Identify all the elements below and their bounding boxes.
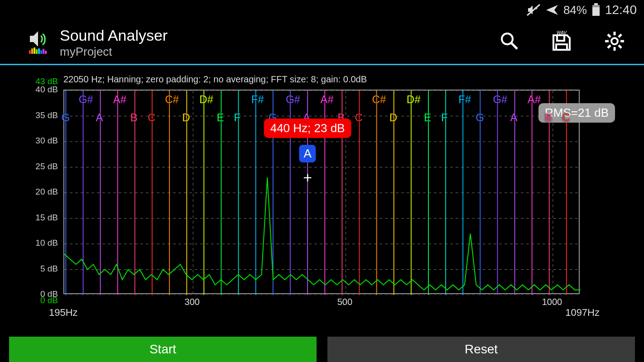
search-icon[interactable] — [499, 31, 519, 54]
svg-rect-16 — [556, 44, 567, 50]
peak-note-badge: A — [299, 145, 316, 162]
start-button[interactable]: Start — [9, 337, 317, 362]
airplane-icon — [545, 3, 559, 17]
svg-rect-2 — [594, 3, 598, 5]
clock: 12:40 — [605, 3, 637, 17]
x-range: 195Hz 1097Hz — [49, 307, 600, 319]
svg-rect-10 — [43, 49, 44, 54]
x-max: 1097Hz — [565, 307, 600, 319]
save-wav-icon[interactable]: WAV — [551, 31, 572, 54]
svg-line-13 — [511, 43, 517, 49]
y-tick: 0 dB — [40, 289, 58, 299]
x-tick: 300 — [185, 297, 200, 307]
svg-rect-15 — [557, 35, 564, 41]
x-min: 195Hz — [49, 307, 78, 319]
svg-line-24 — [619, 34, 621, 37]
svg-rect-5 — [31, 48, 33, 54]
battery-icon — [591, 3, 601, 17]
mute-vibrate-icon — [526, 4, 541, 16]
svg-rect-9 — [40, 50, 42, 54]
svg-rect-3 — [592, 5, 600, 7]
y-tick: 15 dB — [35, 213, 58, 223]
x-tick: 1000 — [542, 297, 562, 307]
fft-settings-label: 22050 Hz; Hanning; zero padding: 2; no a… — [63, 74, 367, 85]
svg-rect-11 — [45, 51, 47, 54]
svg-line-23 — [619, 45, 621, 48]
peak-crosshair: + — [303, 169, 312, 186]
rms-badge: RMS=21 dB — [538, 103, 615, 123]
svg-line-25 — [608, 45, 610, 48]
status-bar: 84% 12:40 — [0, 0, 644, 20]
app-bar: Sound Analyser myProject WAV — [0, 20, 644, 65]
app-title: Sound Analyser — [60, 27, 168, 44]
y-tick: 25 dB — [35, 162, 58, 171]
x-axis: 3005001000 — [63, 297, 580, 308]
y-axis: 43 dB 0 dB 40 dB35 dB30 dB25 dB20 dB15 d… — [18, 90, 62, 294]
peak-badge: 440 Hz; 23 dB — [264, 119, 351, 138]
svg-point-12 — [502, 33, 513, 44]
svg-line-22 — [608, 34, 610, 37]
reset-button[interactable]: Reset — [327, 337, 635, 362]
x-tick: 500 — [337, 297, 352, 307]
y-tick: 30 dB — [35, 136, 58, 146]
y-tick: 35 dB — [35, 110, 58, 120]
svg-rect-6 — [34, 48, 35, 54]
y-tick: 10 dB — [35, 238, 58, 248]
y-tick: 40 dB — [35, 85, 58, 95]
y-tick: 5 dB — [40, 264, 58, 274]
svg-point-17 — [611, 38, 618, 44]
spectrum-chart[interactable]: RMS=21 dB GG#AA#BCC#DD#EFF#GG#AA#BCC#DD#… — [63, 90, 580, 294]
battery-pct: 84% — [563, 3, 587, 17]
y-tick: 20 dB — [35, 187, 58, 197]
project-name: myProject — [60, 45, 168, 59]
svg-rect-8 — [38, 48, 40, 54]
svg-rect-4 — [29, 50, 31, 54]
svg-rect-7 — [36, 49, 38, 54]
app-icon — [27, 29, 52, 56]
settings-icon[interactable] — [604, 31, 625, 54]
